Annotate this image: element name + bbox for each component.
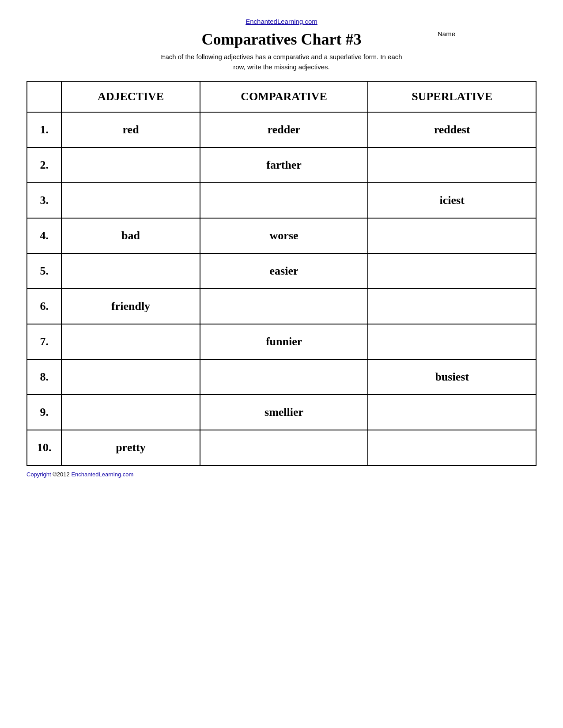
header-site-link[interactable]: EnchantedLearning.com (246, 18, 317, 25)
row-comparative (200, 289, 368, 324)
table-header-row: ADJECTIVE COMPARATIVE SUPERLATIVE (27, 81, 536, 112)
row-comparative: farther (200, 147, 368, 183)
footer-year: ©2012 (53, 471, 71, 478)
row-adjective: red (61, 112, 200, 147)
title-row: Comparatives Chart #3 Name (26, 30, 537, 49)
table-row: 3.iciest (27, 183, 536, 218)
row-comparative (200, 183, 368, 218)
table-row: 4.badworse (27, 218, 536, 253)
row-comparative: redder (200, 112, 368, 147)
row-number: 3. (27, 183, 61, 218)
col-header-adjective: ADJECTIVE (61, 81, 200, 112)
page-header: EnchantedLearning.com (26, 18, 537, 26)
row-superlative (368, 395, 536, 430)
row-number: 9. (27, 395, 61, 430)
table-row: 6.friendly (27, 289, 536, 324)
table-row: 10.pretty (27, 430, 536, 465)
col-header-superlative: SUPERLATIVE (368, 81, 536, 112)
row-comparative: worse (200, 218, 368, 253)
name-label: Name (438, 30, 455, 38)
subtitle-line2: row, write the missing adjectives. (233, 63, 329, 71)
row-superlative (368, 253, 536, 289)
row-superlative: iciest (368, 183, 536, 218)
footer-copyright-link[interactable]: Copyright (26, 471, 51, 478)
row-comparative (200, 359, 368, 395)
row-superlative (368, 289, 536, 324)
row-comparative: smellier (200, 395, 368, 430)
row-adjective (61, 183, 200, 218)
row-number: 5. (27, 253, 61, 289)
subtitle: Each of the following adjectives has a c… (26, 52, 537, 72)
col-header-comparative: COMPARATIVE (200, 81, 368, 112)
name-line[interactable] (457, 36, 537, 36)
name-field: Name (438, 30, 537, 38)
footer-site-link[interactable]: EnchantedLearning.com (71, 471, 133, 478)
row-superlative (368, 218, 536, 253)
row-adjective (61, 395, 200, 430)
row-number: 7. (27, 324, 61, 359)
row-number: 6. (27, 289, 61, 324)
row-number: 4. (27, 218, 61, 253)
row-adjective (61, 359, 200, 395)
row-comparative: easier (200, 253, 368, 289)
page-title: Comparatives Chart #3 (202, 30, 362, 49)
row-superlative: reddest (368, 112, 536, 147)
row-comparative: funnier (200, 324, 368, 359)
row-adjective: bad (61, 218, 200, 253)
row-adjective: pretty (61, 430, 200, 465)
table-row: 2.farther (27, 147, 536, 183)
row-adjective (61, 147, 200, 183)
row-adjective (61, 253, 200, 289)
page-footer: Copyright ©2012 EnchantedLearning.com (26, 471, 537, 478)
col-header-num (27, 81, 61, 112)
row-adjective (61, 324, 200, 359)
row-superlative (368, 147, 536, 183)
row-number: 1. (27, 112, 61, 147)
table-row: 1.redredderreddest (27, 112, 536, 147)
row-number: 8. (27, 359, 61, 395)
row-comparative (200, 430, 368, 465)
table-row: 5.easier (27, 253, 536, 289)
row-adjective: friendly (61, 289, 200, 324)
row-number: 2. (27, 147, 61, 183)
comparatives-table: ADJECTIVE COMPARATIVE SUPERLATIVE 1.redr… (26, 81, 537, 466)
row-number: 10. (27, 430, 61, 465)
row-superlative (368, 430, 536, 465)
subtitle-line1: Each of the following adjectives has a c… (161, 53, 402, 60)
table-row: 8.busiest (27, 359, 536, 395)
row-superlative: busiest (368, 359, 536, 395)
row-superlative (368, 324, 536, 359)
table-row: 9.smellier (27, 395, 536, 430)
table-row: 7.funnier (27, 324, 536, 359)
